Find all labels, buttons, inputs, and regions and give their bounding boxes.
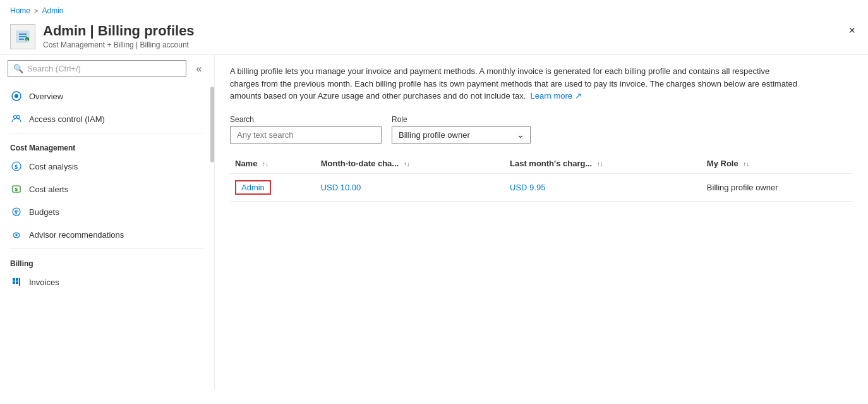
role-select-wrapper: Billing profile owner Billing profile co…: [392, 126, 531, 144]
billing-icon: $: [15, 29, 30, 44]
cost-analysis-icon: $: [10, 160, 23, 173]
sidebar-item-advisor-label: Advisor recommendations: [29, 230, 124, 240]
breadcrumb-separator: >: [34, 7, 38, 15]
cost-alerts-icon: $: [10, 183, 23, 195]
close-button[interactable]: ×: [846, 21, 858, 40]
search-input[interactable]: [230, 126, 382, 144]
svg-rect-19: [13, 278, 15, 281]
row-lm-cell: USD 9.95: [505, 173, 702, 201]
filter-row: Search Role Billing profile owner Billin…: [230, 115, 853, 144]
sidebar-item-cost-analysis-label: Cost analysis: [29, 162, 78, 171]
svg-text:$: $: [27, 38, 28, 42]
sidebar-item-cost-alerts-label: Cost alerts: [29, 185, 68, 194]
sort-lm-icon[interactable]: ↑↓: [597, 161, 603, 168]
row-name-cell: Admin: [230, 173, 316, 201]
my-role-value: Billing profile owner: [707, 183, 778, 192]
page-subtitle: Cost Management + Billing | Billing acco…: [43, 40, 195, 49]
learn-more-link[interactable]: Learn more ↗: [531, 91, 582, 101]
svg-point-9: [17, 116, 20, 119]
sidebar-item-iam-label: Access control (IAM): [29, 114, 105, 124]
role-filter-group: Role Billing profile owner Billing profi…: [392, 115, 531, 144]
sidebar-search-placeholder: Search (Ctrl+/): [27, 64, 81, 73]
svg-rect-23: [19, 278, 20, 286]
search-filter-group: Search: [230, 115, 382, 144]
sidebar-item-overview[interactable]: Overview: [0, 85, 214, 107]
header-icon: $: [10, 24, 35, 49]
sort-mtd-icon[interactable]: ↑↓: [404, 161, 410, 168]
svg-text:$: $: [15, 211, 18, 216]
sidebar-item-overview-label: Overview: [29, 92, 63, 101]
row-mtd-cell: USD 10.00: [316, 173, 505, 201]
budgets-icon: $: [10, 205, 23, 218]
col-last-month: Last month's charg... ↑↓: [505, 154, 702, 174]
svg-point-8: [14, 116, 17, 119]
sidebar-item-cost-analysis[interactable]: $ Cost analysis: [0, 155, 214, 178]
main-layout: 🔍 Search (Ctrl+/) « Overview: [0, 55, 868, 389]
svg-rect-22: [16, 281, 18, 284]
sidebar-item-invoices-label: Invoices: [29, 278, 59, 287]
sidebar-item-budgets[interactable]: $ Budgets: [0, 200, 214, 223]
page-header: $ Admin | Billing profiles Cost Manageme…: [0, 18, 868, 55]
section-billing: Billing: [0, 252, 214, 271]
svg-point-18: [16, 235, 18, 236]
sidebar-item-cost-alerts[interactable]: $ Cost alerts: [0, 178, 214, 200]
sort-name-icon[interactable]: ↑↓: [262, 161, 268, 168]
table-body: Admin USD 10.00 USD 9.95 Billing profile…: [230, 173, 853, 201]
svg-text:$: $: [15, 164, 18, 170]
role-select[interactable]: Billing profile owner Billing profile co…: [392, 126, 531, 144]
billing-profiles-table: Name ↑↓ Month-to-date cha... ↑↓ Last mon…: [230, 154, 853, 202]
header-left: $ Admin | Billing profiles Cost Manageme…: [10, 23, 195, 49]
col-month-to-date: Month-to-date cha... ↑↓: [316, 154, 505, 174]
breadcrumb-current[interactable]: Admin: [42, 6, 63, 15]
breadcrumb-home[interactable]: Home: [10, 6, 30, 15]
sort-role-icon[interactable]: ↑↓: [743, 161, 749, 168]
main-content: A billing profile lets you manage your i…: [215, 55, 868, 389]
svg-point-7: [15, 94, 18, 98]
lm-amount[interactable]: USD 9.95: [510, 183, 545, 192]
collapse-sidebar-button[interactable]: «: [189, 61, 209, 77]
access-control-icon: [10, 113, 23, 125]
sidebar-item-advisor[interactable]: Advisor recommendations: [0, 223, 214, 246]
advisor-icon: [10, 228, 23, 241]
sidebar: 🔍 Search (Ctrl+/) « Overview: [0, 55, 215, 389]
table-header: Name ↑↓ Month-to-date cha... ↑↓ Last mon…: [230, 154, 853, 174]
svg-text:$: $: [15, 187, 18, 192]
invoices-icon: [10, 276, 23, 288]
sidebar-scrollbar[interactable]: [210, 87, 214, 162]
role-filter-label: Role: [392, 115, 531, 124]
sidebar-nav: Overview Access control (IAM) Cost Manag…: [0, 82, 214, 296]
sidebar-item-invoices[interactable]: Invoices: [0, 271, 214, 293]
divider-billing: [10, 248, 204, 249]
description: A billing profile lets you manage your i…: [230, 65, 799, 102]
sidebar-item-budgets-label: Budgets: [29, 207, 59, 217]
row-role-cell: Billing profile owner: [702, 173, 853, 201]
mtd-amount[interactable]: USD 10.00: [321, 183, 361, 192]
overview-icon: [10, 90, 23, 102]
table-row: Admin USD 10.00 USD 9.95 Billing profile…: [230, 173, 853, 201]
admin-profile-link[interactable]: Admin: [235, 180, 271, 195]
svg-rect-20: [16, 278, 18, 281]
page-title: Admin | Billing profiles: [43, 23, 195, 39]
col-name: Name ↑↓: [230, 154, 316, 174]
col-my-role: My Role ↑↓: [702, 154, 853, 174]
sidebar-search-container[interactable]: 🔍 Search (Ctrl+/): [8, 60, 186, 77]
section-cost-management: Cost Management: [0, 136, 214, 155]
svg-rect-21: [13, 281, 15, 284]
sidebar-item-access-control[interactable]: Access control (IAM): [0, 107, 214, 130]
divider-cost: [10, 133, 204, 133]
search-filter-label: Search: [230, 115, 382, 124]
header-text: Admin | Billing profiles Cost Management…: [43, 23, 195, 49]
breadcrumb: Home > Admin: [0, 0, 868, 18]
